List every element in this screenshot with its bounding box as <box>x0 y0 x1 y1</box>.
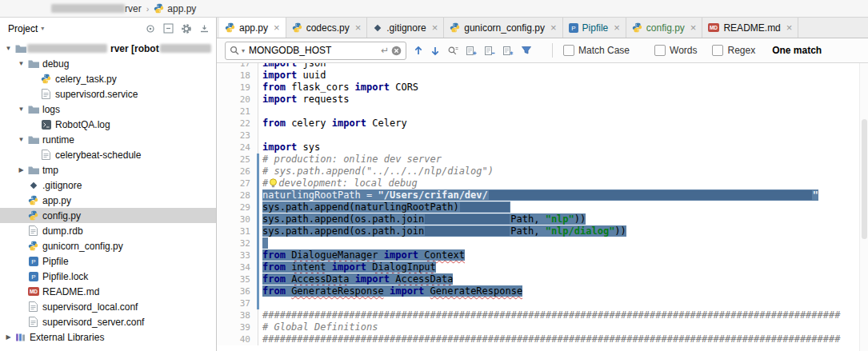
checkbox-label: Regex <box>727 45 755 56</box>
checkbox-box[interactable] <box>563 45 574 56</box>
tree-item-dump-rdb[interactable]: dump.rdb <box>0 223 216 238</box>
code-line-40[interactable]: 40######################################… <box>217 333 868 345</box>
tree-item-tmp[interactable]: ▶tmp <box>0 162 216 177</box>
code-line-20[interactable]: 20import requests <box>217 94 868 106</box>
tree-item-gitignore[interactable]: .gitignore <box>0 177 216 193</box>
tree-item-supervisord-server-conf[interactable]: supervisord_server.conf <box>0 314 216 329</box>
code-line-29[interactable]: 29sys.path.append(naturlingRootPath) <box>217 201 868 213</box>
tree-item-celerybeat-schedule[interactable]: celerybeat-schedule <box>0 147 216 162</box>
search-history-caret-icon[interactable]: ▾ <box>242 47 245 54</box>
hide-panel-icon[interactable] <box>199 23 210 34</box>
breadcrumb-file[interactable]: app.py <box>154 3 196 14</box>
code-line-17[interactable]: 17import json <box>217 63 868 70</box>
code-line-37[interactable]: 37 <box>217 297 868 309</box>
remove-occurrence-icon[interactable] <box>484 46 495 56</box>
tree-item-label: tmp <box>42 165 58 176</box>
code-line-24[interactable]: 24import sys <box>217 142 868 154</box>
close-tab-icon[interactable]: × <box>614 22 620 33</box>
regex-checkbox[interactable]: Regex <box>712 45 755 56</box>
filter-search-icon[interactable] <box>521 46 532 55</box>
code-line-18[interactable]: 18import uuid <box>217 70 868 82</box>
next-occurrence-icon[interactable] <box>430 46 440 56</box>
tab-readme-md[interactable]: MDREADME.md× <box>702 18 798 38</box>
tree-item-readme-md[interactable]: MDREADME.md <box>0 284 216 299</box>
expander-right-icon[interactable]: ▶ <box>3 333 14 341</box>
tab-gitignore[interactable]: .gitignore× <box>367 18 444 38</box>
tree-item-robotqa-log[interactable]: RobotQA.log <box>0 117 216 132</box>
code-line-36[interactable]: 36from GenerateResponse import GenerateR… <box>217 285 868 297</box>
breadcrumb-root[interactable]: rver <box>51 3 142 14</box>
code-line-26[interactable]: 26# sys.path.append("../../../nlp/dialog… <box>217 166 868 177</box>
tab-gunicorn-config-py[interactable]: gunicorn_config.py× <box>444 18 562 38</box>
expander-down-icon[interactable]: ▼ <box>16 136 26 143</box>
selection-highlight: sys.path.append(os.path.joinPath, "nlp/d… <box>262 225 626 237</box>
line-number: 27 <box>217 177 258 189</box>
tab-codecs-py[interactable]: codecs.py× <box>286 18 368 38</box>
code-line-27[interactable]: 27#development: local debug <box>217 177 868 189</box>
match-case-checkbox[interactable]: Match Case <box>563 45 630 56</box>
code-line-34[interactable]: 34from intent import DialogInput <box>217 261 868 273</box>
tree-item-pipfile-lock[interactable]: PPipfile.lock <box>0 269 216 284</box>
folder-icon <box>26 135 40 145</box>
settings-gear-icon[interactable] <box>181 23 192 34</box>
vertical-scrollbar[interactable] <box>859 63 868 351</box>
tree-item-debug[interactable]: ▼debug <box>0 56 216 71</box>
previous-occurrence-icon[interactable] <box>414 46 423 56</box>
scrollbar-thumb[interactable] <box>862 119 867 239</box>
editor[interactable]: 17import json18import uuid19from flask_c… <box>217 63 868 351</box>
tree-item-label: supervisord_local.conf <box>42 301 138 313</box>
code-line-35[interactable]: 35from AccessData import AccessData <box>217 273 868 285</box>
tab-config-py[interactable]: config.py× <box>626 18 703 38</box>
code-line-31[interactable]: 31sys.path.append(os.path.joinPath, "nlp… <box>217 225 868 237</box>
add-occurrence-icon[interactable] <box>466 46 477 56</box>
code-line-21[interactable]: 21 <box>217 106 868 118</box>
words-checkbox[interactable]: Words <box>654 45 697 56</box>
tree-item-label: gunicorn_config.py <box>42 241 123 252</box>
code-line-39[interactable]: 39# Global Definitions <box>217 321 868 333</box>
close-tab-icon[interactable]: × <box>690 22 697 33</box>
tree-item-pipfile[interactable]: PPipfile <box>0 253 216 269</box>
search-box[interactable]: ▾ ↵ <box>225 42 406 60</box>
code-line-38[interactable]: 38######################################… <box>217 309 868 321</box>
close-tab-icon[interactable]: × <box>274 22 280 33</box>
code-line-22[interactable]: 22from celery import Celery <box>217 118 868 130</box>
search-input[interactable] <box>247 44 378 57</box>
expander-right-icon[interactable]: ▶ <box>16 166 26 174</box>
close-tab-icon[interactable]: × <box>550 22 557 33</box>
code-line-25[interactable]: 25# production: online dev server <box>217 154 868 166</box>
expander-down-icon[interactable]: ▼ <box>3 45 14 52</box>
tree-item-runtime[interactable]: ▼runtime <box>0 132 216 147</box>
tree-item-app-py[interactable]: app.py <box>0 193 216 208</box>
close-tab-icon[interactable]: × <box>355 22 362 33</box>
code-line-33[interactable]: 33from DialogueManager import Context <box>217 249 868 261</box>
panel-title-caret-icon[interactable]: ▾ <box>41 25 44 32</box>
clear-search-icon[interactable] <box>391 46 402 56</box>
tree-item-supervisord-local-conf[interactable]: supervisord_local.conf <box>0 299 216 314</box>
tree-item-supervisord-service[interactable]: supervisord.service <box>0 86 216 102</box>
tab-pipfile[interactable]: PPipfile× <box>563 18 626 38</box>
code-line-23[interactable]: 23 <box>217 130 868 142</box>
tree-item-logs[interactable]: ▼logs <box>0 102 216 117</box>
code-line-28[interactable]: 28naturlingRootPath = "/Users/crifan/dev… <box>217 189 868 201</box>
code-line-32[interactable]: 32 <box>217 237 868 249</box>
tree-item-config-py[interactable]: config.py <box>0 208 216 223</box>
checkbox-box[interactable] <box>712 45 723 56</box>
tree-item-rver-robot[interactable]: ▼rver [robot <box>0 41 216 56</box>
tree-item-gunicorn-config-py[interactable]: gunicorn_config.py <box>0 238 216 253</box>
close-tab-icon[interactable]: × <box>432 22 438 33</box>
code-line-19[interactable]: 19from flask_cors import CORS <box>217 82 868 94</box>
tree-item-celery-task-py[interactable]: celery_task.py <box>0 71 216 86</box>
code-line-30[interactable]: 30sys.path.append(os.path.joinPath, "nlp… <box>217 213 868 225</box>
collapse-all-icon[interactable] <box>163 23 174 34</box>
panel-title[interactable]: Project <box>8 23 38 34</box>
expander-down-icon[interactable]: ▼ <box>16 106 26 113</box>
close-tab-icon[interactable]: × <box>786 22 793 33</box>
python-icon <box>26 241 40 251</box>
find-all-icon[interactable] <box>447 46 458 56</box>
locate-file-icon[interactable] <box>145 23 156 34</box>
expander-down-icon[interactable]: ▼ <box>16 60 26 67</box>
checkbox-box[interactable] <box>654 45 666 56</box>
select-all-occurrences-icon[interactable] <box>502 46 514 56</box>
tree-item-external-libraries[interactable]: ▶External Libraries <box>0 329 216 345</box>
tab-app-py[interactable]: app.py× <box>219 18 286 38</box>
